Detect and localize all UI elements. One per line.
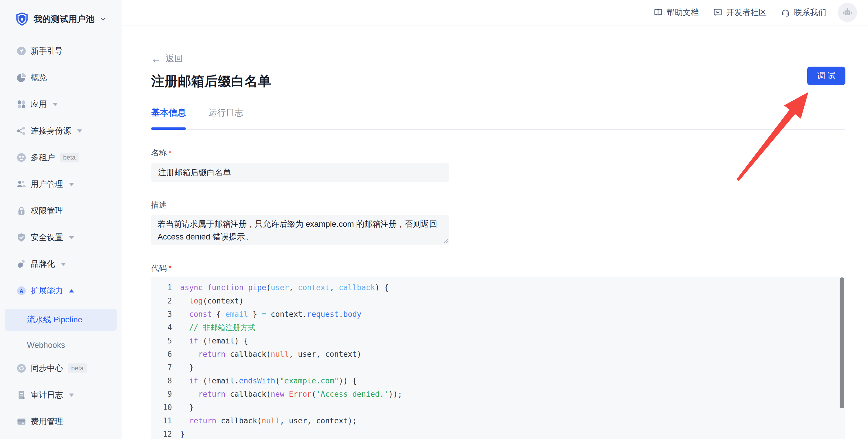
tab-run-logs[interactable]: 运行日志 bbox=[209, 107, 243, 129]
code-line: 4 // 非邮箱注册方式 bbox=[159, 321, 845, 334]
contact-headset-icon bbox=[781, 7, 790, 18]
workspace-switcher[interactable]: 我的测试用户池 bbox=[0, 0, 122, 26]
shield-check-icon bbox=[16, 232, 27, 243]
share-nodes-icon bbox=[16, 126, 27, 136]
svg-text:A: A bbox=[20, 288, 24, 294]
sidebar-item-identity-sources[interactable]: 连接身份源 bbox=[16, 122, 117, 139]
sync-icon bbox=[16, 363, 27, 374]
code-line: 9 return callback(new Error('Access deni… bbox=[159, 387, 845, 401]
code-editor[interactable]: 1async function pipe(user, context, call… bbox=[151, 277, 845, 439]
apps-grid-icon bbox=[16, 99, 27, 109]
header-link-label: 帮助文档 bbox=[666, 7, 699, 18]
top-header: 帮助文档开发者社区联系我们 bbox=[122, 0, 868, 26]
sidebar-item-overview[interactable]: 概览 bbox=[16, 69, 117, 86]
sidebar-item-billing[interactable]: 费用管理 bbox=[16, 413, 117, 430]
sidebar-item-label: 扩展能力 bbox=[31, 285, 63, 296]
sidebar: 我的测试用户池 新手引导概览应用连接身份源多租户beta用户管理权限管理安全设置… bbox=[0, 0, 122, 439]
sidebar-item-branding[interactable]: 品牌化 bbox=[16, 255, 117, 273]
header-link-help-docs[interactable]: 帮助文档 bbox=[653, 7, 699, 18]
required-mark: * bbox=[168, 149, 172, 157]
users-icon bbox=[16, 179, 27, 189]
pie-chart-icon bbox=[16, 72, 27, 83]
description-field: 若当前请求属于邮箱注册，只允许后缀为 example.com 的邮箱注册，否则返… bbox=[151, 215, 450, 245]
workspace-logo-icon bbox=[16, 12, 28, 26]
description-label: 描述 bbox=[151, 200, 845, 210]
sidebar-item-label: 安全设置 bbox=[31, 232, 63, 243]
sidebar-item-audit-log[interactable]: 审计日志 bbox=[16, 386, 117, 404]
sidebar-item-applications[interactable]: 应用 bbox=[16, 96, 117, 113]
line-number: 8 bbox=[159, 374, 172, 387]
multi-tenant-icon bbox=[16, 152, 27, 163]
beta-badge: beta bbox=[60, 153, 79, 162]
main-content: ← 返回 注册邮箱后缀白名单 调试 基本信息运行日志 名称* 描述 若当前请求属… bbox=[122, 26, 868, 439]
sidebar-item-label: 同步中心 bbox=[31, 363, 63, 374]
code-line: 6 return callback(null, user, context) bbox=[159, 347, 845, 361]
sidebar-item-label: 审计日志 bbox=[31, 389, 63, 401]
workspace-name: 我的测试用户池 bbox=[34, 13, 94, 25]
sidebar-nav: 新手引导概览应用连接身份源多租户beta用户管理权限管理安全设置品牌化A扩展能力… bbox=[0, 42, 122, 430]
sidebar-item-label: 用户管理 bbox=[31, 179, 63, 190]
back-arrow-icon: ← bbox=[151, 55, 161, 63]
caret-down-icon bbox=[69, 394, 74, 397]
code-line: 5 if (!email) { bbox=[159, 334, 845, 347]
tab-basic-info[interactable]: 基本信息 bbox=[151, 107, 186, 129]
caret-down-icon bbox=[69, 183, 74, 186]
code-line: 7 } bbox=[159, 361, 845, 374]
sidebar-item-permissions[interactable]: 权限管理 bbox=[16, 202, 117, 220]
description-textarea[interactable]: 若当前请求属于邮箱注册，只允许后缀为 example.com 的邮箱注册，否则返… bbox=[151, 215, 450, 245]
code-label: 代码* bbox=[151, 263, 845, 273]
code-line: 2 log(context) bbox=[159, 294, 845, 308]
debug-button[interactable]: 调试 bbox=[807, 67, 845, 85]
sidebar-item-user-management[interactable]: 用户管理 bbox=[16, 176, 117, 193]
line-number: 12 bbox=[159, 428, 172, 439]
robot-icon bbox=[842, 7, 853, 18]
line-number: 2 bbox=[159, 294, 172, 308]
header-link-dev-community[interactable]: 开发者社区 bbox=[713, 7, 767, 18]
line-number: 5 bbox=[159, 334, 172, 347]
sidebar-item-label: 连接身份源 bbox=[31, 125, 71, 136]
line-number: 6 bbox=[159, 347, 172, 361]
compass-icon bbox=[16, 46, 27, 56]
header-links: 帮助文档开发者社区联系我们 bbox=[653, 7, 826, 18]
sidebar-item-label: 多租户 bbox=[31, 152, 55, 163]
line-number: 4 bbox=[159, 321, 172, 334]
required-mark: * bbox=[168, 264, 172, 273]
tabs-bar: 基本信息运行日志 bbox=[151, 107, 845, 130]
community-chat-icon bbox=[713, 7, 723, 18]
sidebar-item-multi-tenant[interactable]: 多租户beta bbox=[16, 149, 117, 166]
user-avatar[interactable] bbox=[838, 3, 857, 22]
sidebar-item-pipeline[interactable]: 流水线 Pipeline bbox=[5, 309, 117, 331]
back-link[interactable]: ← 返回 bbox=[151, 53, 183, 65]
name-input[interactable] bbox=[151, 163, 450, 182]
header-link-label: 联系我们 bbox=[794, 7, 826, 18]
sidebar-item-label: 应用 bbox=[31, 99, 47, 110]
chevron-down-icon bbox=[99, 15, 107, 23]
sidebar-item-security[interactable]: 安全设置 bbox=[16, 229, 117, 246]
caret-down-icon bbox=[77, 129, 82, 133]
lock-icon bbox=[16, 206, 27, 216]
sidebar-item-webhooks[interactable]: Webhooks bbox=[5, 334, 117, 356]
caret-down-icon bbox=[69, 236, 74, 239]
caret-up-icon bbox=[69, 289, 74, 292]
code-line: 1async function pipe(user, context, call… bbox=[159, 281, 845, 294]
header-link-contact-us[interactable]: 联系我们 bbox=[781, 7, 826, 18]
sidebar-item-label: 概览 bbox=[31, 72, 47, 83]
sidebar-item-label: 新手引导 bbox=[31, 45, 63, 57]
sidebar-item-label: 品牌化 bbox=[31, 259, 55, 270]
code-line: 12} bbox=[159, 428, 845, 439]
extensibility-icon: A bbox=[16, 285, 27, 296]
scrollbar-thumb[interactable] bbox=[840, 277, 844, 408]
paint-brush-icon bbox=[16, 259, 27, 269]
sidebar-item-label: 费用管理 bbox=[31, 416, 63, 427]
app-root: 我的测试用户池 新手引导概览应用连接身份源多租户beta用户管理权限管理安全设置… bbox=[0, 0, 868, 439]
sidebar-item-sync-center[interactable]: 同步中心beta bbox=[16, 359, 117, 377]
sidebar-item-extensibility[interactable]: A扩展能力 bbox=[16, 282, 117, 300]
sidebar-item-label: 权限管理 bbox=[31, 205, 63, 216]
code-line: 10 } bbox=[159, 401, 845, 414]
line-number: 10 bbox=[159, 401, 172, 414]
code-line: 11 return callback(null, user, context); bbox=[159, 414, 845, 428]
name-label: 名称* bbox=[151, 148, 845, 158]
audit-log-icon bbox=[16, 390, 27, 400]
sidebar-item-onboarding[interactable]: 新手引导 bbox=[16, 42, 117, 60]
page-title: 注册邮箱后缀白名单 bbox=[151, 72, 845, 90]
